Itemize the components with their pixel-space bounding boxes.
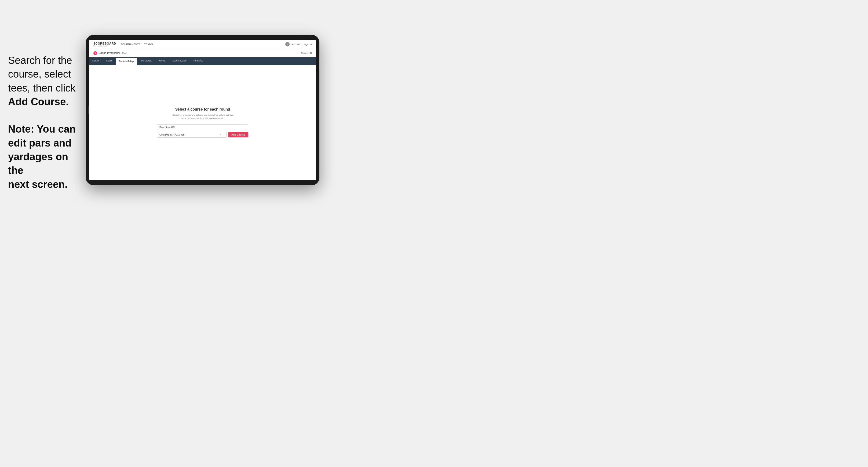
logo-sub: Powered by clippd [93,45,116,47]
annotation-line1: Search for the [8,54,86,67]
tee-value: Gold (M) (M) (7010 yds) [159,133,185,136]
tab-bar: Details Teams Course Setup Tee Groups Re… [89,57,316,65]
tab-teams[interactable]: Teams [102,57,116,65]
logo-text: SCOREBOARD [93,42,116,45]
nav-tournaments[interactable]: TOURNAMENTS [121,43,141,45]
annotation-text: Search for the course, select tees, then… [8,54,86,191]
tournament-title: C Clippd Invitational (Men) [93,51,127,55]
tee-select-controls: ✕ ⌄ [220,134,224,136]
tournament-name: Clippd Invitational [99,52,120,55]
tab-tee-groups[interactable]: Tee Groups [137,57,155,65]
logo-block: SCOREBOARD Powered by clippd [93,42,116,47]
section-title: Select a course for each round [157,107,248,112]
add-course-button[interactable]: Add Course [228,132,248,137]
user-avatar: T [285,42,289,46]
desc-line2: course, pars and yardages for each round… [180,117,225,119]
nav-separator: | [302,43,303,45]
desc-line1: Search for a course and select a tee. Yo… [172,114,233,116]
annotation-note3: yardages on the [8,150,86,178]
tab-leaderboards[interactable]: Leaderboards [169,57,190,65]
course-search-input[interactable] [157,124,248,130]
tournament-icon: C [93,51,97,55]
annotation-line2: course, select [8,67,86,81]
tee-chevron-icon[interactable]: ⌄ [222,134,224,136]
annotation-note2: edit pars and [8,136,86,150]
section-desc: Search for a course and select a tee. Yo… [157,114,248,120]
tee-select-row: Gold (M) (M) (7010 yds) ✕ ⌄ Add Course [157,132,248,138]
tablet-side-button [88,106,89,114]
annotation-note1: Note: You can [8,122,86,136]
annotation-line3: tees, then click [8,81,86,95]
course-section: Select a course for each round Search fo… [157,107,248,138]
navbar-right: T Test User | Sign out [285,42,312,46]
navbar-left: SCOREBOARD Powered by clippd TOURNAMENTS… [93,42,153,47]
tab-printables[interactable]: Printables [190,57,207,65]
nav-links: TOURNAMENTS TEAMS [121,43,153,45]
tee-select[interactable]: Gold (M) (M) (7010 yds) ✕ ⌄ [157,132,226,138]
sign-out-link[interactable]: Sign out [304,43,312,45]
tee-clear-icon[interactable]: ✕ [220,134,221,136]
tab-details[interactable]: Details [89,57,102,65]
annotation-note4: next screen. [8,178,86,191]
navbar: SCOREBOARD Powered by clippd TOURNAMENTS… [89,40,316,50]
tournament-header: C Clippd Invitational (Men) Cancel ✕ [89,50,316,57]
tab-results[interactable]: Results [155,57,169,65]
user-name: Test User [291,43,300,45]
annotation-line4: Add Course. [8,95,86,109]
tournament-gender: (Men) [122,52,127,54]
cancel-label: Cancel [301,52,308,55]
tab-course-setup[interactable]: Course Setup [116,58,137,65]
cancel-icon: ✕ [310,52,312,55]
cancel-button[interactable]: Cancel ✕ [301,52,312,55]
tablet-frame: SCOREBOARD Powered by clippd TOURNAMENTS… [86,35,319,185]
tablet-screen: SCOREBOARD Powered by clippd TOURNAMENTS… [89,40,316,180]
main-content: Select a course for each round Search fo… [89,65,316,180]
nav-teams[interactable]: TEAMS [144,43,153,45]
